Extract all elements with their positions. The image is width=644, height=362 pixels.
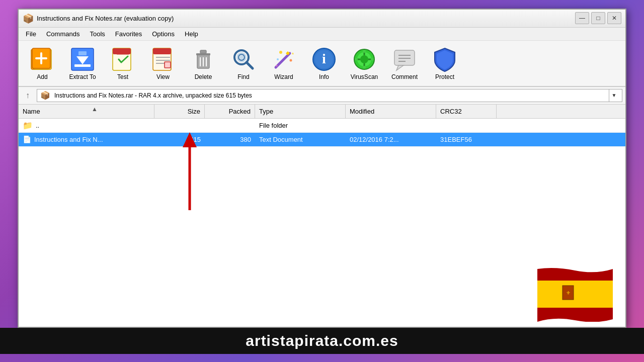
svg-text:i: i	[322, 51, 326, 66]
svg-rect-57	[535, 281, 615, 308]
protect-label: Protect	[435, 73, 454, 80]
virusscan-label: VirusScan	[351, 73, 378, 80]
svg-marker-50	[396, 65, 404, 70]
wizard-icon	[271, 46, 297, 72]
view-label: View	[156, 73, 170, 80]
col-header-size[interactable]: Size	[154, 105, 205, 118]
toolbar-delete-button[interactable]: Delete	[184, 43, 223, 84]
text-file-icon: 📄	[23, 135, 31, 143]
menu-help[interactable]: Help	[180, 29, 203, 39]
file-crc: 31EBEF56	[436, 136, 497, 143]
title-bar: 📦 Instructions and Fix Notes.rar (evalua…	[19, 10, 625, 28]
col-header-crc[interactable]: CRC32	[436, 105, 497, 118]
toolbar-info-button[interactable]: i Info	[304, 43, 344, 84]
svg-point-30	[279, 51, 282, 54]
toolbar-wizard-button[interactable]: Wizard	[264, 43, 303, 84]
maximize-button[interactable]: □	[591, 12, 605, 24]
menu-file[interactable]: File	[21, 29, 41, 39]
svg-point-45	[363, 50, 366, 53]
spain-flag: ⚜	[535, 266, 615, 322]
find-icon	[230, 46, 257, 72]
delete-icon	[190, 46, 216, 72]
sort-arrow-icon: ▲	[92, 106, 98, 113]
svg-marker-33	[292, 52, 294, 54]
file-type: Text Document	[255, 136, 346, 143]
svg-point-46	[363, 66, 366, 69]
col-header-packed[interactable]: Packed	[205, 105, 255, 118]
toolbar-virusscan-button[interactable]: VirusScan	[345, 43, 384, 84]
file-name: Instructions and Fix N...	[34, 136, 103, 143]
svg-line-28	[276, 53, 290, 67]
extract-label: Extract To	[69, 73, 96, 80]
file-size: 615	[154, 136, 205, 143]
address-dropdown-button[interactable]: ▼	[609, 89, 619, 102]
svg-text:⚜: ⚜	[566, 290, 571, 296]
menu-options[interactable]: Options	[147, 29, 180, 39]
svg-line-27	[247, 62, 253, 68]
info-label: Info	[319, 73, 329, 80]
test-label: Test	[117, 73, 128, 80]
svg-rect-20	[200, 50, 206, 53]
toolbar-test-button[interactable]: Test	[103, 43, 142, 84]
file-modified: 02/12/2016 7:2...	[346, 136, 436, 143]
wizard-label: Wizard	[274, 73, 293, 80]
svg-rect-58	[535, 308, 615, 322]
svg-rect-56	[535, 266, 615, 281]
menu-tools[interactable]: Tools	[85, 29, 110, 39]
comment-label: Comment	[391, 73, 418, 80]
menu-favorites[interactable]: Favorites	[110, 29, 147, 39]
address-archive-icon: 📦	[40, 90, 50, 100]
window-title: Instructions and Fix Notes.rar (evaluati…	[37, 15, 575, 22]
address-input[interactable]: 📦 Instructions and Fix Notes.rar - RAR 4…	[37, 89, 622, 102]
svg-rect-8	[74, 64, 91, 67]
address-bar: ↑ 📦 Instructions and Fix Notes.rar - RAR…	[19, 87, 625, 105]
folder-icon: 📁	[23, 121, 33, 130]
svg-point-31	[290, 59, 292, 61]
close-button[interactable]: ✕	[607, 12, 621, 24]
toolbar-view-button[interactable]: View	[143, 43, 183, 84]
toolbar-comment-button[interactable]: Comment	[385, 43, 424, 84]
table-row[interactable]: 📄 Instructions and Fix N... 615 380 Text…	[19, 133, 625, 147]
toolbar-extract-button[interactable]: Extract To	[63, 43, 102, 84]
table-row[interactable]: 📁 .. File folder	[19, 119, 625, 133]
add-icon	[29, 46, 55, 72]
bottom-banner: artistapirata.com.es	[0, 328, 644, 354]
app-icon: 📦	[23, 13, 33, 23]
up-button[interactable]: ↑	[22, 89, 34, 102]
toolbar-find-button[interactable]: Find	[224, 43, 263, 84]
main-window: 📦 Instructions and Fix Notes.rar (evalua…	[18, 9, 626, 328]
toolbar-protect-button[interactable]: Protect	[425, 43, 464, 84]
view-icon	[150, 46, 176, 72]
svg-point-32	[277, 58, 279, 60]
info-icon: i	[311, 46, 337, 72]
svg-point-48	[371, 58, 374, 61]
file-area: ▲ Name Size Packed Type Modified CRC32 📁…	[19, 105, 625, 327]
find-label: Find	[237, 73, 249, 80]
svg-rect-7	[78, 51, 87, 55]
add-label: Add	[37, 73, 47, 80]
toolbar: Add Extract To	[19, 41, 625, 87]
file-packed: 380	[205, 136, 255, 143]
col-header-modified[interactable]: Modified	[346, 105, 436, 118]
extract-icon	[69, 46, 96, 72]
svg-point-47	[355, 58, 358, 61]
comment-icon	[391, 46, 418, 72]
col-header-type[interactable]: Type	[255, 105, 346, 118]
column-headers: ▲ Name Size Packed Type Modified CRC32	[19, 105, 625, 119]
address-text: Instructions and Fix Notes.rar - RAR 4.x…	[54, 92, 605, 99]
svg-rect-10	[113, 48, 131, 54]
menu-bar: File Commands Tools Favorites Options He…	[19, 28, 625, 41]
menu-commands[interactable]: Commands	[41, 29, 85, 39]
protect-icon	[432, 46, 458, 72]
svg-rect-17	[165, 62, 170, 67]
minimize-button[interactable]: —	[575, 12, 589, 24]
svg-point-40	[360, 55, 368, 63]
test-icon	[110, 46, 136, 72]
toolbar-add-button[interactable]: Add	[23, 43, 62, 84]
window-controls: — □ ✕	[575, 12, 621, 24]
col-header-name[interactable]: Name	[19, 105, 154, 118]
banner-text: artistapirata.com.es	[246, 332, 398, 349]
file-name: ..	[36, 122, 39, 129]
file-type: File folder	[255, 122, 346, 129]
virusscan-icon	[351, 46, 377, 72]
